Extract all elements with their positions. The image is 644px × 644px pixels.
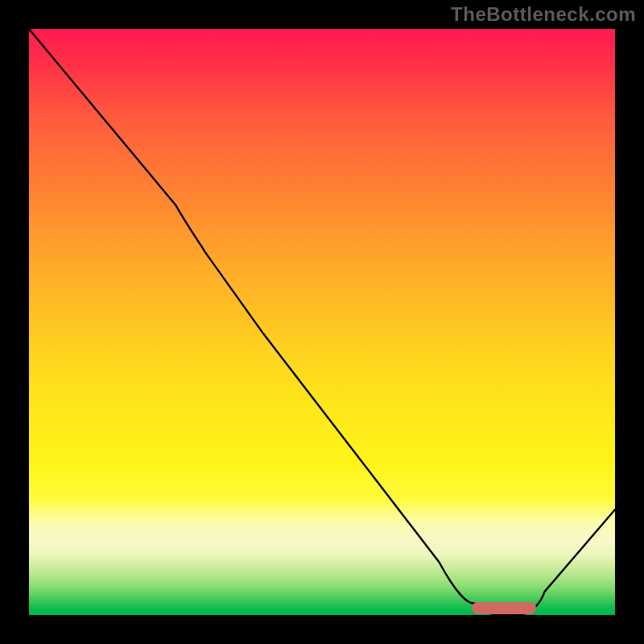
optimal-range-marker	[472, 602, 536, 614]
plot-svg	[29, 29, 615, 615]
watermark-text: TheBottleneck.com	[451, 3, 636, 26]
chart-frame: TheBottleneck.com	[0, 0, 644, 644]
plot-area	[29, 29, 615, 615]
bottleneck-curve	[29, 29, 615, 615]
